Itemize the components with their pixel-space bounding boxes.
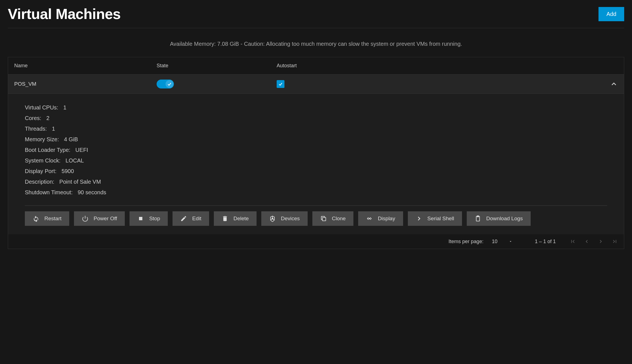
add-button[interactable]: Add xyxy=(599,7,624,21)
detail-cores: Cores:2 xyxy=(25,113,607,123)
detail-boot-loader: Boot Loader Type:UEFI xyxy=(25,145,607,155)
edit-label: Edit xyxy=(192,215,201,222)
toggle-thumb xyxy=(166,80,173,88)
delete-icon xyxy=(222,215,228,222)
header-divider xyxy=(8,28,624,28)
vm-name: POS_VM xyxy=(14,81,157,87)
first-page-icon[interactable] xyxy=(570,238,576,245)
detail-threads: Threads:1 xyxy=(25,123,607,134)
delete-button[interactable]: Delete xyxy=(214,211,257,226)
pagination-range: 1 – 1 of 1 xyxy=(535,239,556,245)
serial-shell-label: Serial Shell xyxy=(427,215,454,222)
display-label: Display xyxy=(378,215,395,222)
clone-icon xyxy=(320,215,327,222)
state-toggle[interactable] xyxy=(157,80,174,88)
clone-button[interactable]: Clone xyxy=(312,211,354,226)
clone-label: Clone xyxy=(332,215,346,222)
memory-caution-text: Available Memory: 7.08 GiB - Caution: Al… xyxy=(8,41,624,47)
vm-details-panel: Virtual CPUs:1 Cores:2 Threads:1 Memory … xyxy=(8,94,624,234)
serial-shell-button[interactable]: Serial Shell xyxy=(408,211,462,226)
detail-display-port: Display Port:5900 xyxy=(25,166,607,176)
column-header-name: Name xyxy=(14,63,157,69)
delete-label: Delete xyxy=(233,215,249,222)
devices-button[interactable]: Devices xyxy=(261,211,308,226)
power-off-button[interactable]: Power Off xyxy=(74,211,125,226)
detail-description: Description:Point of Sale VM xyxy=(25,176,607,187)
table-header: Name State Autostart xyxy=(8,57,624,75)
svg-rect-1 xyxy=(139,217,142,220)
clipboard-icon xyxy=(475,215,481,222)
checkmark-icon xyxy=(167,82,172,87)
restart-label: Restart xyxy=(44,215,61,222)
download-logs-label: Download Logs xyxy=(486,215,523,222)
actions-divider xyxy=(25,205,607,206)
devices-icon xyxy=(269,215,276,222)
page-title: Virtual Machines xyxy=(8,6,121,22)
prev-page-icon[interactable] xyxy=(584,238,590,245)
autostart-checkbox[interactable] xyxy=(277,80,284,88)
last-page-icon[interactable] xyxy=(612,238,618,245)
chevron-right-icon xyxy=(416,215,422,222)
items-per-page-value: 10 xyxy=(492,239,497,245)
next-page-icon[interactable] xyxy=(598,238,604,245)
chevron-up-icon[interactable] xyxy=(610,80,618,88)
svg-point-7 xyxy=(369,218,370,219)
stop-button[interactable]: Stop xyxy=(130,211,168,226)
detail-system-clock: System Clock:LOCAL xyxy=(25,155,607,166)
pagination: Items per page: 10 1 – 1 of 1 xyxy=(8,234,624,249)
table-row[interactable]: POS_VM xyxy=(8,75,624,94)
detail-virtual-cpus: Virtual CPUs:1 xyxy=(25,102,607,113)
edit-icon xyxy=(180,215,187,222)
restart-icon xyxy=(33,215,39,222)
stop-icon xyxy=(137,215,144,222)
download-logs-button[interactable]: Download Logs xyxy=(467,211,531,226)
detail-shutdown-timeout: Shutdown Timeout:90 seconds xyxy=(25,187,607,198)
devices-label: Devices xyxy=(281,215,300,222)
actions-row: Restart Power Off Stop Edit Delete Devic… xyxy=(25,211,607,226)
items-per-page-label: Items per page: xyxy=(449,239,483,245)
svg-rect-9 xyxy=(477,216,479,217)
column-header-autostart: Autostart xyxy=(277,63,618,69)
stop-label: Stop xyxy=(149,215,160,222)
display-icon xyxy=(366,215,373,222)
power-off-label: Power Off xyxy=(94,215,117,222)
restart-button[interactable]: Restart xyxy=(25,211,69,226)
dropdown-icon xyxy=(509,240,513,243)
edit-button[interactable]: Edit xyxy=(173,211,209,226)
detail-memory-size: Memory Size:4 GiB xyxy=(25,134,607,145)
display-button[interactable]: Display xyxy=(358,211,403,226)
checkmark-icon xyxy=(278,82,283,87)
power-icon xyxy=(82,215,88,222)
vm-table: Name State Autostart POS_VM Virtual CPUs… xyxy=(8,57,624,249)
svg-rect-6 xyxy=(322,217,326,221)
items-per-page-select[interactable]: 10 xyxy=(492,239,513,245)
column-header-state: State xyxy=(157,63,277,69)
